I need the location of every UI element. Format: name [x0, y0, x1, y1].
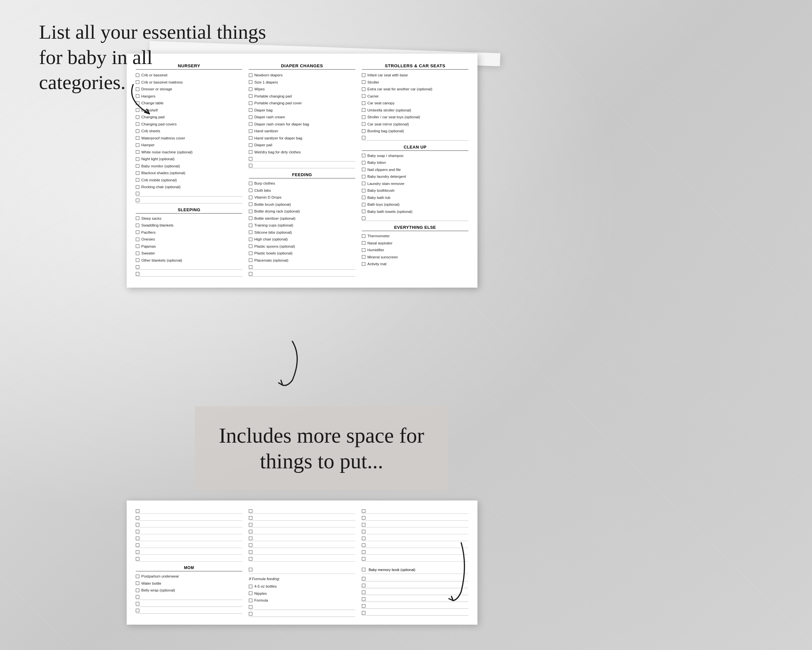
list-item[interactable]: Belly wrap (optional)	[136, 587, 242, 593]
list-item[interactable]: Bath toys (optional)	[362, 202, 469, 207]
checkbox[interactable]	[362, 108, 365, 112]
list-item[interactable]: Baby toothbrush	[362, 188, 469, 193]
list-item[interactable]: Plastic bowls (optional)	[249, 250, 355, 256]
list-item[interactable]: Sleep sacks	[136, 216, 242, 221]
list-item[interactable]: Cloth bibs	[249, 188, 355, 193]
list-item[interactable]: Sweater	[136, 250, 242, 256]
checkbox[interactable]	[136, 223, 139, 227]
list-item[interactable]: Activity mat	[362, 261, 469, 267]
checkbox[interactable]	[249, 129, 252, 133]
checkbox[interactable]	[249, 585, 252, 588]
list-item[interactable]: Humidifier	[362, 247, 469, 253]
list-item[interactable]: Infant car seat with base	[362, 72, 469, 78]
list-item[interactable]: Thermometer	[362, 233, 469, 239]
list-item[interactable]: High chair (optional)	[249, 236, 355, 242]
checkbox[interactable]	[362, 196, 365, 199]
list-item[interactable]: Postpartum underwear	[136, 573, 242, 579]
checkbox[interactable]	[249, 210, 252, 213]
list-item[interactable]: Diaper rash cream for diaper bag	[249, 121, 355, 127]
list-item[interactable]: Rocking chair (optional)	[136, 184, 242, 190]
checkbox[interactable]	[136, 237, 139, 241]
checkbox[interactable]	[362, 262, 365, 266]
list-item[interactable]: Formula	[249, 597, 355, 603]
list-item[interactable]: Plastic spoons (optional)	[249, 243, 355, 249]
list-item[interactable]: Diaper bag	[249, 107, 355, 113]
checkbox[interactable]	[249, 188, 252, 192]
list-item[interactable]: Blackout shades (optional)	[136, 170, 242, 176]
checkbox[interactable]	[249, 196, 252, 199]
list-item[interactable]: Vitamin D Drops	[249, 194, 355, 200]
checkbox[interactable]	[136, 245, 139, 248]
checkbox[interactable]	[136, 136, 139, 140]
list-item[interactable]: Water bottle	[136, 580, 242, 586]
list-item[interactable]: Diaper pail	[249, 142, 355, 148]
list-item[interactable]: Bottle drying rack (optional)	[249, 208, 355, 214]
checkbox[interactable]	[362, 182, 365, 185]
checkbox[interactable]	[362, 122, 365, 126]
checkbox[interactable]	[249, 115, 252, 119]
checkbox[interactable]	[249, 231, 252, 234]
list-item[interactable]: Car seat mirror (optional)	[362, 121, 469, 127]
checkbox[interactable]	[136, 157, 139, 161]
checkbox[interactable]	[362, 129, 365, 133]
list-item[interactable]: Crib mobile (optional)	[136, 177, 242, 183]
list-item[interactable]: Car seat canopy	[362, 100, 469, 106]
checkbox[interactable]	[249, 258, 252, 262]
list-item[interactable]: Portable changing pad cover	[249, 100, 355, 106]
checkbox[interactable]	[362, 234, 365, 238]
checkbox[interactable]	[362, 101, 365, 105]
checkbox[interactable]	[249, 245, 252, 248]
list-item[interactable]: Carrier	[362, 93, 469, 99]
checkbox[interactable]	[362, 161, 365, 164]
checkbox[interactable]	[136, 143, 139, 147]
checkbox[interactable]	[249, 599, 252, 602]
checkbox[interactable]	[136, 164, 139, 168]
list-item[interactable]: Other blankets (optional)	[136, 257, 242, 263]
list-item[interactable]: Baby monitor (optional)	[136, 163, 242, 169]
list-item[interactable]: Silicone bibs (optional)	[249, 229, 355, 235]
list-item[interactable]: Umbrella stroller (optional)	[362, 107, 469, 113]
list-item[interactable]: Placemats (optional)	[249, 257, 355, 263]
list-item[interactable]: Baby bath towels (optional)	[362, 209, 469, 214]
checkbox[interactable]	[362, 210, 365, 213]
list-item[interactable]: Extra car seat for another car (optional…	[362, 86, 469, 92]
checkbox[interactable]	[362, 189, 365, 193]
list-item[interactable]: Bottle brush (optional)	[249, 202, 355, 207]
checkbox[interactable]	[136, 231, 139, 234]
list-item[interactable]: Burp clothes	[249, 180, 355, 186]
list-item[interactable]: Stroller	[362, 79, 469, 85]
checkbox[interactable]	[249, 122, 252, 126]
list-item[interactable]: Nail clippers and file	[362, 167, 469, 173]
list-item[interactable]: Pacifiers	[136, 229, 242, 235]
checkbox[interactable]	[249, 223, 252, 227]
list-item[interactable]: Hamper	[136, 142, 242, 148]
checkbox[interactable]	[249, 182, 252, 185]
list-item[interactable]: Bunting bag (optional)	[362, 128, 469, 134]
checkbox[interactable]	[136, 185, 139, 189]
list-item[interactable]: Baby bath tub	[362, 195, 469, 200]
checkbox[interactable]	[136, 122, 139, 126]
checkbox[interactable]	[249, 136, 252, 140]
checkbox[interactable]	[136, 581, 139, 585]
list-item[interactable]: Nipples	[249, 590, 355, 596]
checkbox[interactable]	[362, 73, 365, 77]
checkbox[interactable]	[136, 252, 139, 255]
list-item[interactable]: Training cups (optional)	[249, 222, 355, 228]
list-item[interactable]: Hand sanitizer for diaper bag	[249, 135, 355, 141]
checkbox[interactable]	[362, 168, 365, 171]
checkbox[interactable]	[249, 216, 252, 220]
list-item[interactable]: Crib sheets	[136, 128, 242, 134]
checkbox[interactable]	[136, 589, 139, 592]
checkbox[interactable]	[362, 94, 365, 98]
list-item[interactable]: Laundry stain remover	[362, 181, 469, 187]
list-item[interactable]: Stroller / car seat toys (optional)	[362, 114, 469, 120]
checkbox[interactable]	[249, 101, 252, 105]
list-item[interactable]: Mineral sunscreen	[362, 254, 469, 260]
checkbox[interactable]	[362, 87, 365, 91]
list-item[interactable]: Baby soap / shampoo	[362, 153, 469, 159]
checkbox[interactable]	[362, 203, 365, 206]
list-item[interactable]: 4-5 oz bottles	[249, 583, 355, 589]
checkbox[interactable]	[249, 202, 252, 206]
list-item[interactable]: Bottle sterilizer (optional)	[249, 216, 355, 221]
checkbox[interactable]	[249, 143, 252, 147]
